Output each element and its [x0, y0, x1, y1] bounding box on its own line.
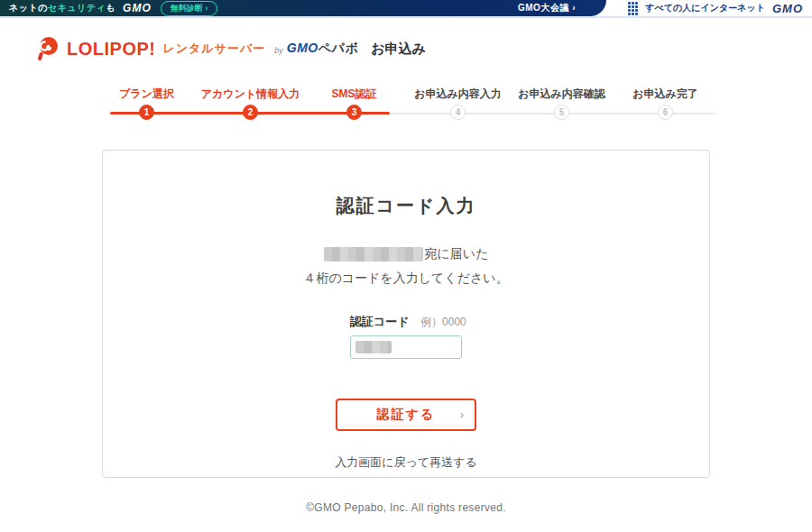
- code-label: 認証コード: [350, 315, 410, 328]
- step-account-info: アカウント情報入力 2: [198, 87, 302, 120]
- step-label: お申込み内容入力: [414, 87, 502, 101]
- code-input-group: 認証コード 例）0000: [350, 313, 462, 359]
- page-title: お申込み: [371, 41, 426, 58]
- footer-copyright: ©GMO Pepabo, Inc. All rights reserved.: [0, 501, 812, 514]
- free-check-button[interactable]: 無料診断 ›: [161, 1, 218, 16]
- step-number-badge: 6: [658, 105, 673, 120]
- code-example-hint: 例）0000: [420, 316, 466, 328]
- step-label: アカウント情報入力: [201, 87, 300, 101]
- rental-server-label: レンタルサーバー: [162, 41, 265, 57]
- step-application-input: お申込み内容入力 4: [406, 87, 510, 120]
- gmo-logo-link[interactable]: GMO: [772, 2, 803, 15]
- step-number-badge: 1: [139, 105, 154, 120]
- card-title: 認証コード入力: [103, 194, 709, 218]
- chevron-right-icon: ›: [460, 408, 466, 421]
- verification-card: 認証コード入力 宛に届いた ４桁のコードを入力してください。 認証コード 例）0…: [102, 150, 710, 478]
- lolipop-logo-text[interactable]: LOLIPOP!: [67, 39, 155, 60]
- description-line-1: 宛に届いた: [103, 242, 709, 266]
- progress-steps: プラン選択 1 アカウント情報入力 2 SMS認証 3 お申込み内容入力 4 お…: [95, 87, 717, 126]
- step-number-badge: 2: [243, 105, 258, 120]
- step-label: お申込み完了: [632, 87, 698, 101]
- description-line-2: ４桁のコードを入力してください。: [103, 266, 709, 290]
- step-number-badge: 4: [450, 105, 466, 120]
- apps-grid-icon[interactable]: [628, 2, 638, 15]
- redacted-code-value: [355, 341, 392, 353]
- resend-link[interactable]: 入力画面に戻って再送する: [335, 454, 477, 471]
- step-label: プラン選択: [119, 87, 174, 101]
- step-label: SMS認証: [331, 87, 376, 101]
- code-input-wrapper: [350, 335, 462, 359]
- step-application-complete: お申込み完了 6: [614, 87, 717, 120]
- step-number-badge: 3: [346, 105, 362, 120]
- verify-button[interactable]: 認証する ›: [336, 399, 476, 431]
- redacted-phone-number: [324, 247, 423, 261]
- description-text: 宛に届いた ４桁のコードを入力してください。: [103, 242, 709, 289]
- gmo-tagline: すべての人にインターネット: [645, 2, 765, 14]
- code-label-row: 認証コード 例）0000: [350, 313, 462, 330]
- by-label: by: [274, 46, 283, 55]
- step-label: お申込み内容確認: [518, 87, 605, 101]
- step-number-badge: 5: [554, 105, 569, 120]
- topbar-right-group: すべての人にインターネット GMO: [628, 0, 803, 16]
- service-header: LOLIPOP! レンタルサーバー by GMOペパボ お申込み: [0, 18, 812, 65]
- security-banner-text: ネットのセキュリティも: [9, 2, 115, 14]
- security-highlight-text: セキュリティ: [48, 3, 106, 13]
- step-application-confirm: お申込み内容確認 5: [510, 87, 614, 120]
- gmo-pepabo-logo: GMOペパボ: [287, 41, 358, 57]
- step-sms-auth: SMS認証 3: [302, 87, 406, 120]
- step-plan-select: プラン選択 1: [95, 87, 198, 120]
- top-banner-bar: ネットのセキュリティも GMO 無料診断 › GMO大会議 › すべての人にイン…: [0, 0, 812, 18]
- lolipop-candy-icon: [36, 36, 60, 61]
- gmo-security-banner[interactable]: ネットのセキュリティも GMO 無料診断 › GMO大会議 ›: [0, 0, 606, 16]
- gmo-logo-white: GMO: [123, 2, 152, 14]
- gmo-conference-link[interactable]: GMO大会議 ›: [518, 2, 576, 14]
